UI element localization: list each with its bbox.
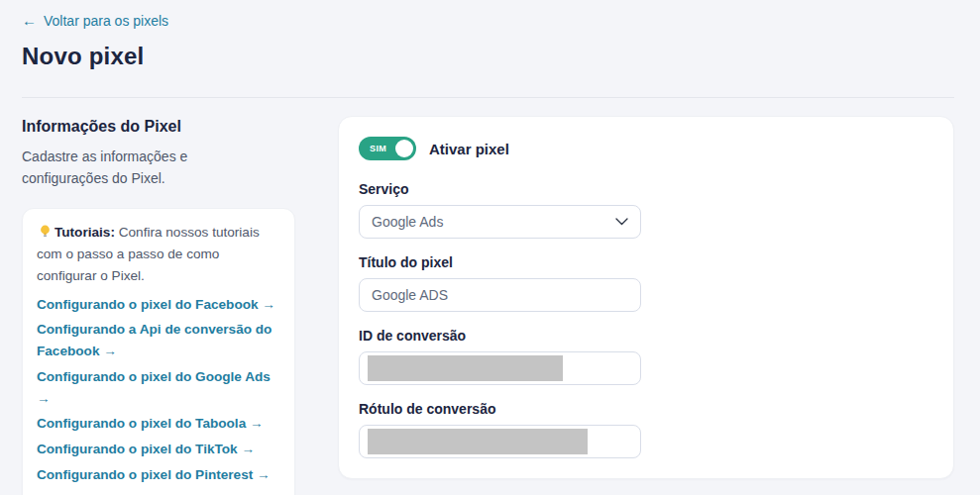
tutorials-intro: Tutoriais: Confira nossos tutoriais com … (37, 222, 280, 286)
tutorial-links-list: Configurando o pixel do Facebook → Confi… (37, 294, 280, 495)
tutorials-card: Tutoriais: Confira nossos tutoriais com … (22, 208, 295, 495)
service-label: Serviço (359, 181, 641, 197)
toggle-knob (395, 140, 413, 157)
info-sidebar: Informações do Pixel Cadastre as informa… (22, 116, 295, 495)
conversion-label-field: Rótulo de conversão (359, 401, 641, 458)
pixel-title-input[interactable]: Google ADS (359, 278, 641, 312)
tutorial-link-pinterest[interactable]: Configurando o pixel do Pinterest → (37, 464, 280, 486)
pixel-title-field: Título do pixel Google ADS (359, 254, 641, 312)
redacted-value-block (368, 429, 588, 454)
conversion-label-input[interactable] (359, 425, 641, 458)
service-select[interactable]: Google Ads (359, 205, 641, 239)
pixel-form-card: SIM Ativar pixel Serviço Google Ads Títu… (338, 116, 954, 479)
chevron-down-icon (615, 218, 628, 226)
tutorial-link-tiktok[interactable]: Configurando o pixel do TikTok → (37, 439, 280, 460)
activate-pixel-row: SIM Ativar pixel (359, 137, 933, 160)
tutorials-label: Tutoriais: (54, 225, 115, 240)
divider (22, 97, 954, 98)
conversion-label-label: Rótulo de conversão (359, 401, 641, 417)
section-description: Cadastre as informações e configurações … (22, 147, 258, 189)
back-link-label: Voltar para os pixels (44, 13, 168, 29)
redacted-value-block (368, 355, 563, 381)
conversion-id-field: ID de conversão (359, 328, 641, 385)
conversion-id-input[interactable] (359, 351, 641, 385)
back-to-pixels-link[interactable]: ← Voltar para os pixels (22, 13, 168, 29)
back-arrow-icon: ← (22, 13, 37, 28)
pixel-title-label: Título do pixel (359, 254, 641, 270)
pixel-title-value: Google ADS (372, 287, 448, 303)
tutorial-link-google-ads[interactable]: Configurando o pixel do Google Ads → (37, 366, 280, 410)
conversion-id-label: ID de conversão (359, 328, 641, 344)
tutorial-link-taboola[interactable]: Configurando o pixel do Taboola → (37, 413, 280, 435)
content-columns: Informações do Pixel Cadastre as informa… (22, 116, 954, 495)
activate-pixel-toggle[interactable]: SIM (359, 137, 416, 160)
service-field: Serviço Google Ads (359, 181, 641, 239)
service-selected-value: Google Ads (372, 214, 443, 230)
activate-pixel-label: Ativar pixel (429, 141, 509, 157)
section-heading: Informações do Pixel (22, 118, 295, 136)
tutorial-link-facebook-pixel[interactable]: Configurando o pixel do Facebook → (37, 294, 280, 316)
tutorial-link-outbrain[interactable]: Configurando o pixel do Outbrain → (37, 490, 280, 495)
lightbulb-icon (39, 225, 52, 239)
new-pixel-page: ← Voltar para os pixels Novo pixel Infor… (0, 0, 980, 495)
toggle-state-label: SIM (370, 144, 386, 153)
tutorial-link-facebook-conversion-api[interactable]: Configurando a Api de conversão do Faceb… (37, 319, 280, 362)
page-title: Novo pixel (22, 43, 954, 70)
